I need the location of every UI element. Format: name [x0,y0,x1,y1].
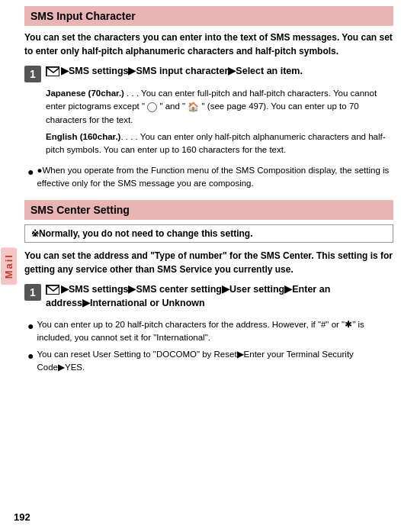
note-box: ※Normally, you do not need to change thi… [24,224,393,243]
item-english-label: English (160char.) [46,132,120,141]
side-tab: Mail [0,0,17,532]
section2-bullet2-text: You can reset User Setting to "DOCOMO" b… [37,348,393,375]
section1-bullet-text: ●When you operate from the Function menu… [37,164,393,191]
section2-intro: You can set the address and "Type of num… [24,249,393,276]
section2-bullet2: ● You can reset User Setting to "DOCOMO"… [24,348,393,375]
step1-number: 1 [24,66,41,82]
section2-bullet1: ● You can enter up to 20 half-pitch char… [24,318,393,345]
note-box-text: ※Normally, you do not need to change thi… [31,228,252,239]
bullet-dot2: ● [27,318,34,345]
page-container: Mail SMS Input Character You can set the… [0,0,401,532]
mail-icon-inline [46,66,59,76]
step2-number: 1 [24,284,41,301]
section2-bullets: ● You can enter up to 20 half-pitch char… [24,318,393,377]
mail-icon-inline2 [46,285,59,295]
step2-row: 1 ▶SMS settings▶SMS center setting▶User … [24,282,393,311]
section2-header: SMS Center Setting [24,200,393,220]
item-japanese-label: Japanese (70char.) [46,89,124,98]
section1-intro: You can set the characters you can enter… [24,31,393,58]
bullet-dot3: ● [27,348,34,375]
circle-icon1 [147,102,157,112]
house-icon1: 🏠 [188,100,199,114]
item-japanese: Japanese (70char.) . . . You can enter f… [46,87,393,127]
main-content: SMS Input Character You can set the char… [17,0,401,532]
page-number: 192 [14,511,30,523]
description-block: Japanese (70char.) . . . You can enter f… [46,87,393,160]
side-tab-label: Mail [1,247,17,285]
section1-header: SMS Input Character [24,6,393,26]
section1-bullet: ● ●When you operate from the Function me… [24,164,393,191]
bullet-dot1: ● [27,164,34,191]
item-english: English (160char.). . . . You can enter … [46,131,393,157]
step2-instruction: ▶SMS settings▶SMS center setting▶User se… [46,282,393,311]
section2-bullet1-text: You can enter up to 20 half-pitch charac… [37,318,393,345]
step1-instruction: ▶SMS settings▶SMS input character▶Select… [46,64,393,79]
step1-row: 1 ▶SMS settings▶SMS input character▶Sele… [24,64,393,82]
